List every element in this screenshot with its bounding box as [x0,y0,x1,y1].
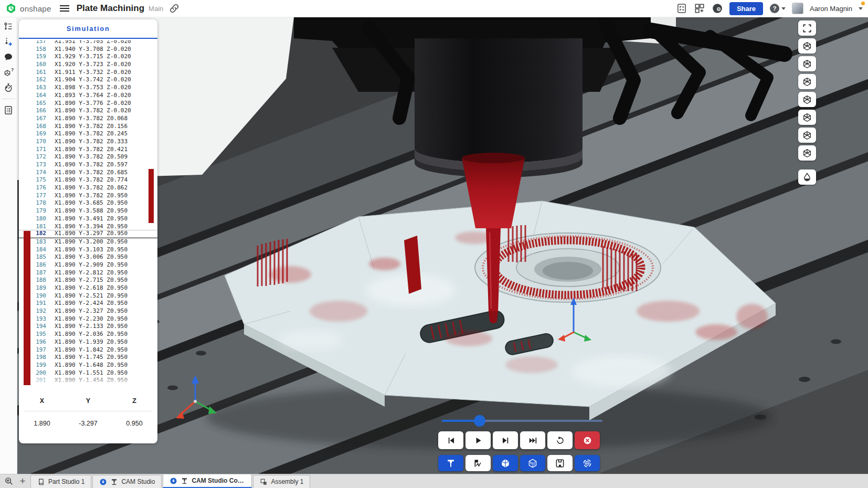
show-tool-button[interactable] [438,455,463,471]
user-menu-caret-icon[interactable] [859,7,863,10]
tab-search-icon[interactable] [4,476,14,486]
add-tab-button[interactable]: + [18,476,27,486]
tab-cam-studio[interactable]: CAM Studio [92,475,162,488]
gcode-line[interactable]: 161X1.911 Y-3.732 Z-0.020 [19,69,157,77]
gcode-line[interactable]: 192X1.890 Y-2.327 Z0.950 [19,307,157,315]
gcode-line[interactable]: 199X1.890 Y-1.648 Z0.950 [19,362,157,369]
gcode-line[interactable]: 182X1.890 Y-3.297 Z0.950 [19,230,157,238]
gcode-line-text: X1.890 Y-3.782 Z0.333 [55,138,128,146]
gcode-line[interactable]: 188X1.890 Y-2.715 Z0.950 [19,277,157,284]
view-cube-2-button[interactable] [798,56,816,71]
show-machine-button[interactable] [520,455,545,471]
gcode-line[interactable]: 162X1.904 Y-3.742 Z-0.020 [19,76,157,84]
gcode-line[interactable]: 163X1.898 Y-3.753 Z-0.020 [19,84,157,92]
view-cube-5-button[interactable] [798,110,816,125]
gcode-line[interactable]: 196X1.890 Y-1.939 Z0.950 [19,338,157,346]
gcode-line[interactable]: 169X1.890 Y-3.782 Z0.245 [19,130,157,138]
gcode-line[interactable]: 185X1.890 Y-3.006 Z0.950 [19,253,157,261]
gcode-line[interactable]: 178X1.890 Y-3.685 Z0.950 [19,199,157,207]
gcode-line[interactable]: 183X1.890 Y-3.200 Z0.950 [19,238,157,246]
feature-list-icon[interactable] [676,3,687,14]
show-stock-button[interactable] [493,455,518,471]
share-button[interactable]: Share [729,2,763,15]
gcode-line[interactable]: 171X1.890 Y-3.782 Z0.421 [19,146,157,154]
gcode-line[interactable]: 168X1.890 Y-3.782 Z0.156 [19,123,157,131]
view-cube-7-button[interactable] [798,145,816,161]
release-notes-icon[interactable] [3,105,14,115]
zoom-to-fit-button[interactable] [798,20,816,36]
show-table-button[interactable] [547,455,573,471]
show-toolpath-button[interactable] [465,455,491,471]
simulation-progress-slider[interactable] [442,417,602,425]
help-cube-icon[interactable]: ? [3,67,14,78]
gcode-line[interactable]: 172X1.890 Y-3.782 Z0.509 [19,153,157,161]
gcode-line[interactable]: 202X1.890 Y-1.357 Z0.950 [19,385,157,389]
comments-icon[interactable] [3,52,14,62]
gcode-line[interactable]: 180X1.890 Y-3.491 Z0.950 [19,215,157,223]
gcode-line[interactable]: 174X1.890 Y-3.782 Z0.685 [19,169,157,177]
gcode-line[interactable]: 194X1.890 Y-2.133 Z0.950 [19,323,157,331]
onshape-logo-icon[interactable] [5,3,17,14]
gcode-list-container[interactable]: 157X1.951 Y-3.703 Z-0.020158X1.940 Y-3.7… [19,40,157,389]
gcode-line[interactable]: 201X1.890 Y-1.454 Z0.950 [19,377,157,385]
gcode-line[interactable]: 189X1.890 Y-2.618 Z0.950 [19,284,157,292]
version-tree-icon[interactable] [3,22,14,32]
gcode-line[interactable]: 176X1.890 Y-3.782 Z0.862 [19,184,157,192]
gcode-line[interactable]: 158X1.940 Y-3.708 Z-0.020 [19,46,157,54]
gcode-line[interactable]: 193X1.890 Y-2.230 Z0.950 [19,315,157,323]
axis-label-y: Y [65,393,111,411]
user-avatar[interactable] [792,3,803,14]
gcode-line[interactable]: 181X1.890 Y-3.394 Z0.950 [19,223,157,231]
view-cube-1-button[interactable] [798,38,816,54]
gcode-line[interactable]: 160X1.920 Y-3.723 Z-0.020 [19,61,157,69]
play-button[interactable] [465,431,491,449]
gcode-line[interactable]: 186X1.890 Y-2.909 Z0.950 [19,261,157,269]
gcode-line-number: 195 [19,331,46,338]
user-name[interactable]: Aaron Magnin [810,5,852,13]
share-link-icon[interactable] [168,3,180,14]
gcode-line[interactable]: 166X1.890 Y-3.782 Z-0.020 [19,107,157,115]
gcode-line[interactable]: 164X1.893 Y-3.764 Z-0.020 [19,92,157,100]
apps-grid-icon[interactable] [694,3,705,14]
restart-simulation-button[interactable] [547,431,573,449]
gcode-line-number: 183 [19,238,46,246]
tab-part-studio-1[interactable]: Part Studio 1 [30,475,91,488]
step-forward-button[interactable] [493,431,518,449]
slider-handle[interactable] [474,415,485,427]
learning-center-icon[interactable] [712,3,723,14]
gcode-line[interactable]: 175X1.890 Y-3.782 Z0.774 [19,176,157,184]
show-origin-button[interactable] [575,455,600,471]
view-cube-6-button[interactable] [798,128,816,143]
view-cube-4-button[interactable] [798,92,816,107]
gcode-line[interactable]: 179X1.890 Y-3.588 Z0.950 [19,207,157,215]
workspace-label[interactable]: Main [149,5,163,13]
gcode-line[interactable]: 197X1.890 Y-1.842 Z0.950 [19,346,157,354]
help-menu[interactable]: ? [769,3,786,14]
tab-cam-studio-collisio[interactable]: CAM Studio Collisio... [163,474,252,488]
follow-mode-icon[interactable] [3,37,14,47]
gcode-line[interactable]: 187X1.890 Y-2.812 Z0.950 [19,269,157,277]
gcode-line[interactable]: 157X1.951 Y-3.703 Z-0.020 [19,40,157,46]
skip-to-start-button[interactable] [438,431,463,449]
gcode-line[interactable]: 200X1.890 Y-1.551 Z0.950 [19,369,157,377]
gcode-line[interactable]: 159X1.929 Y-3.715 Z-0.020 [19,53,157,61]
gcode-line[interactable]: 195X1.890 Y-2.036 Z0.950 [19,331,157,338]
gcode-line-number: 171 [19,146,46,154]
performance-icon[interactable] [3,82,14,93]
tab-assembly-1[interactable]: Assembly 1 [253,475,310,488]
gcode-line[interactable]: 170X1.890 Y-3.782 Z0.333 [19,138,157,146]
stop-simulation-button[interactable] [575,431,600,449]
shaded-display-mode-button[interactable] [798,169,816,185]
gcode-line[interactable]: 190X1.890 Y-2.521 Z0.950 [19,292,157,300]
gcode-line[interactable]: 191X1.890 Y-2.424 Z0.950 [19,300,157,307]
gcode-line[interactable]: 184X1.890 Y-3.103 Z0.950 [19,246,157,254]
view-cube-3-button[interactable] [798,74,816,89]
skip-to-end-button[interactable] [520,431,545,449]
main-menu-icon[interactable] [60,5,69,12]
gcode-line[interactable]: 167X1.890 Y-3.782 Z0.068 [19,115,157,123]
gcode-line[interactable]: 198X1.890 Y-1.745 Z0.950 [19,354,157,362]
gcode-line[interactable]: 173X1.890 Y-3.782 Z0.597 [19,161,157,169]
gcode-line[interactable]: 165X1.890 Y-3.776 Z-0.020 [19,100,157,108]
gcode-line-number: 182 [19,230,46,238]
gcode-line[interactable]: 177X1.890 Y-3.782 Z0.950 [19,192,157,200]
